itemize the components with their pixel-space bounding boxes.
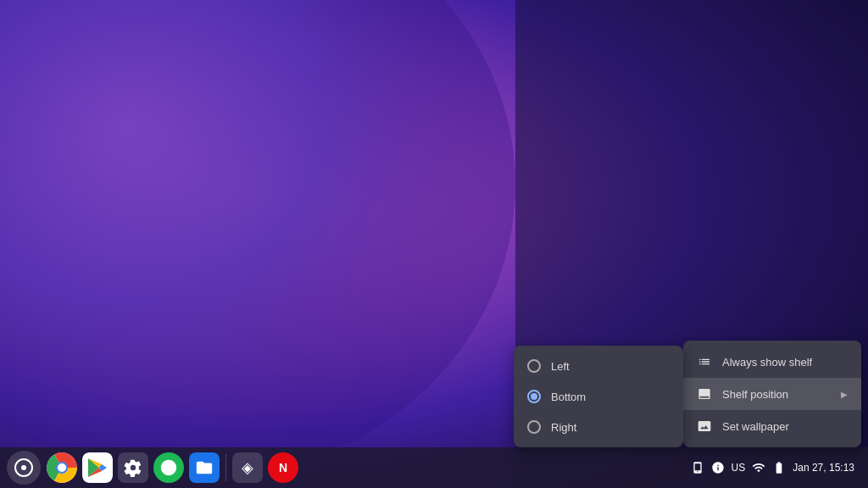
shelf-context-menu: Always show shelf Shelf position ▶ Set w…: [683, 341, 861, 447]
always-show-shelf-item[interactable]: Always show shelf: [683, 346, 861, 378]
info-icon: [711, 461, 725, 474]
phone-icon: [691, 461, 704, 474]
shelf-position-item[interactable]: Shelf position ▶: [683, 378, 861, 410]
shelf-divider: [225, 454, 226, 481]
files-icon: [195, 458, 214, 477]
radio-left: [527, 359, 541, 373]
set-wallpaper-label: Set wallpaper: [722, 420, 789, 433]
chrome-app-icon[interactable]: [47, 452, 77, 483]
set-wallpaper-icon: [697, 419, 712, 434]
svg-point-7: [58, 463, 66, 472]
chrome-icon: [47, 452, 77, 483]
radio-bottom: [527, 390, 541, 403]
shelf-position-right-item[interactable]: Right: [514, 412, 683, 442]
shelf-position-bottom-item[interactable]: Bottom: [514, 381, 683, 412]
spotify-app-icon[interactable]: [153, 452, 184, 483]
shelf-position-bottom-label: Bottom: [551, 391, 586, 403]
launcher-icon: [14, 458, 33, 477]
shelf-position-right-label: Right: [551, 421, 576, 434]
radio-bottom-fill: [531, 393, 537, 400]
shelf-position-label: Shelf position: [722, 388, 788, 401]
keyboard-layout[interactable]: US: [732, 462, 746, 474]
system-clock[interactable]: Jan 27, 15:13: [793, 462, 854, 474]
taskbar-shelf: ◈ N US Jan 27, 15:13: [0, 447, 868, 488]
radio-right: [527, 420, 541, 434]
wifi-icon: [752, 461, 765, 474]
shelf-position-submenu: Left Bottom Right: [514, 346, 683, 447]
settings-app-icon[interactable]: [118, 452, 148, 483]
play-store-svg: [82, 452, 113, 483]
shelf-position-left-item[interactable]: Left: [514, 351, 683, 381]
submenu-arrow-icon: ▶: [841, 390, 848, 399]
svg-point-4: [21, 465, 26, 470]
battery-icon: [772, 461, 786, 474]
spotify-icon: [159, 458, 178, 477]
shelf-position-left-label: Left: [551, 360, 570, 373]
app-icon-extra1[interactable]: ◈: [232, 452, 263, 483]
launcher-button[interactable]: [7, 451, 41, 485]
app-icon-extra2[interactable]: N: [268, 452, 298, 483]
set-wallpaper-item[interactable]: Set wallpaper: [683, 410, 861, 442]
always-show-shelf-label: Always show shelf: [722, 356, 812, 369]
play-store-icon[interactable]: [82, 452, 113, 483]
settings-icon: [124, 458, 142, 477]
shelf-position-icon: [697, 386, 712, 402]
always-show-shelf-icon: [697, 354, 712, 369]
files-app-icon[interactable]: [189, 452, 220, 483]
